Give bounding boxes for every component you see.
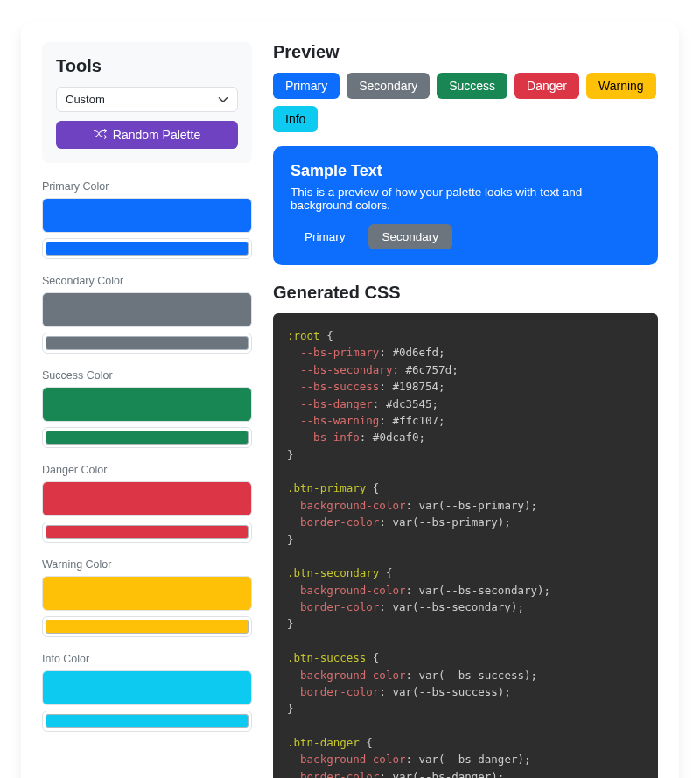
color-label-warning: Warning Color bbox=[42, 558, 252, 571]
color-input-warning[interactable] bbox=[42, 616, 252, 637]
color-swatch-info[interactable] bbox=[42, 670, 252, 705]
tools-panel: Tools Custom Random Palette bbox=[42, 42, 252, 163]
color-group-success: Success Color bbox=[42, 369, 252, 448]
color-group-primary: Primary Color bbox=[42, 180, 252, 259]
generated-css-heading: Generated CSS bbox=[273, 283, 658, 303]
preview-btn-success[interactable]: Success bbox=[437, 73, 508, 99]
color-label-primary: Primary Color bbox=[42, 180, 252, 193]
color-swatch-danger[interactable] bbox=[42, 481, 252, 516]
sidebar: Tools Custom Random Palette Primary Colo… bbox=[42, 42, 252, 778]
preview-card-body: This is a preview of how your palette lo… bbox=[290, 186, 640, 212]
color-group-info: Info Color bbox=[42, 653, 252, 732]
color-input-danger[interactable] bbox=[42, 522, 252, 543]
color-group-danger: Danger Color bbox=[42, 464, 252, 543]
color-label-info: Info Color bbox=[42, 653, 252, 665]
color-swatch-primary[interactable] bbox=[42, 198, 252, 233]
preview-btn-secondary[interactable]: Secondary bbox=[346, 73, 430, 99]
color-input-info[interactable] bbox=[42, 711, 252, 732]
color-swatch-warning[interactable] bbox=[42, 576, 252, 611]
app-card: Tools Custom Random Palette Primary Colo… bbox=[21, 21, 679, 778]
shuffle-icon bbox=[94, 128, 108, 142]
preview-card-btn-secondary[interactable]: Secondary bbox=[368, 224, 453, 249]
color-swatch-secondary[interactable] bbox=[42, 292, 252, 327]
generated-css-code: :root { --bs-primary: #0d6efd; --bs-seco… bbox=[273, 313, 658, 778]
preview-btn-danger[interactable]: Danger bbox=[514, 73, 579, 99]
preview-card: Sample Text This is a preview of how you… bbox=[273, 146, 658, 265]
color-label-success: Success Color bbox=[42, 369, 252, 382]
random-palette-button[interactable]: Random Palette bbox=[56, 121, 238, 149]
preview-btn-info[interactable]: Info bbox=[273, 106, 318, 132]
color-swatch-success[interactable] bbox=[42, 387, 252, 422]
color-label-danger: Danger Color bbox=[42, 464, 252, 476]
tools-title: Tools bbox=[56, 56, 238, 76]
preset-select[interactable]: Custom bbox=[56, 87, 238, 112]
color-label-secondary: Secondary Color bbox=[42, 275, 252, 287]
random-palette-label: Random Palette bbox=[113, 128, 200, 142]
color-group-secondary: Secondary Color bbox=[42, 275, 252, 354]
main-panel: Preview PrimarySecondarySuccessDangerWar… bbox=[273, 42, 658, 778]
preview-heading: Preview bbox=[273, 42, 658, 62]
color-input-success[interactable] bbox=[42, 427, 252, 448]
preview-btn-warning[interactable]: Warning bbox=[586, 73, 656, 99]
color-input-secondary[interactable] bbox=[42, 333, 252, 354]
preview-btn-primary[interactable]: Primary bbox=[273, 73, 340, 99]
color-input-primary[interactable] bbox=[42, 238, 252, 259]
color-group-warning: Warning Color bbox=[42, 558, 252, 637]
preview-buttons-row: PrimarySecondarySuccessDangerWarningInfo bbox=[273, 73, 658, 132]
preview-card-btn-primary[interactable]: Primary bbox=[290, 224, 360, 249]
preview-card-title: Sample Text bbox=[290, 162, 640, 180]
